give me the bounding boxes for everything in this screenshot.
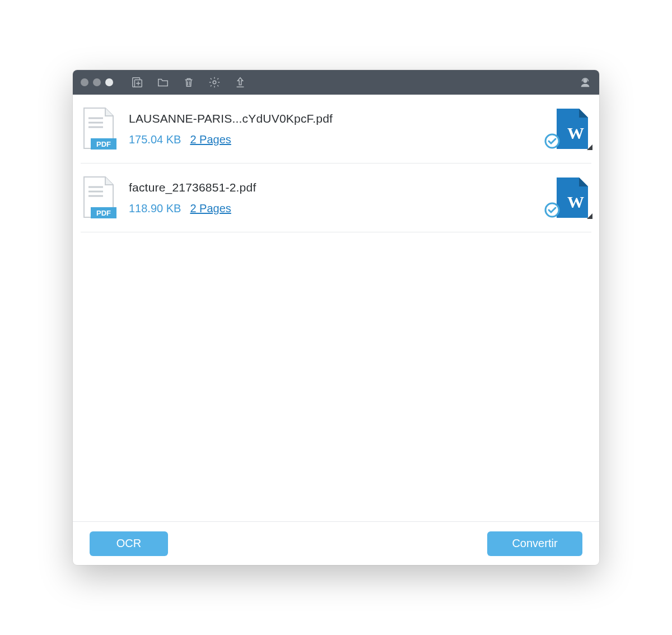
output-format-selector[interactable]: W <box>544 109 591 149</box>
convert-button[interactable]: Convertir <box>487 531 582 556</box>
svg-text:W: W <box>567 193 584 211</box>
minimize-window-button[interactable] <box>93 78 101 86</box>
pdf-file-icon: PDF <box>81 107 116 151</box>
window-controls <box>81 78 113 86</box>
upload-icon[interactable] <box>234 76 246 88</box>
file-size: 118.90 KB <box>129 202 181 215</box>
toolbar <box>131 76 246 88</box>
file-name: facture_21736851-2.pdf <box>129 181 532 194</box>
close-window-button[interactable] <box>81 78 88 86</box>
maximize-window-button[interactable] <box>105 78 113 86</box>
pages-link[interactable]: 2 Pages <box>190 133 231 146</box>
titlebar <box>73 70 599 95</box>
svg-text:PDF: PDF <box>96 209 111 217</box>
file-row[interactable]: PDF LAUSANNE-PARIS...cYdUV0KpcF.pdf 175.… <box>81 95 591 164</box>
pages-link[interactable]: 2 Pages <box>190 202 231 215</box>
svg-point-8 <box>583 79 587 83</box>
output-format-selector[interactable]: W <box>544 178 591 218</box>
file-size: 175.04 KB <box>129 133 181 146</box>
dropdown-triangle-icon <box>587 144 592 150</box>
file-meta: LAUSANNE-PARIS...cYdUV0KpcF.pdf 175.04 K… <box>129 112 532 146</box>
svg-point-6 <box>213 81 216 84</box>
trash-icon[interactable] <box>183 76 195 88</box>
ocr-button[interactable]: OCR <box>90 531 168 556</box>
folder-icon[interactable] <box>157 76 169 88</box>
svg-text:W: W <box>567 124 584 142</box>
dropdown-triangle-icon <box>587 213 592 219</box>
svg-text:PDF: PDF <box>96 140 111 148</box>
file-list: PDF LAUSANNE-PARIS...cYdUV0KpcF.pdf 175.… <box>73 95 599 521</box>
gear-icon[interactable] <box>208 76 221 88</box>
support-agent-icon[interactable] <box>579 76 591 88</box>
app-window: PDF LAUSANNE-PARIS...cYdUV0KpcF.pdf 175.… <box>73 70 599 565</box>
footer: OCR Convertir <box>73 521 599 565</box>
pdf-file-icon: PDF <box>81 176 116 220</box>
file-meta: facture_21736851-2.pdf 118.90 KB 2 Pages <box>129 181 532 215</box>
file-name: LAUSANNE-PARIS...cYdUV0KpcF.pdf <box>129 112 532 125</box>
add-file-icon[interactable] <box>131 76 143 88</box>
file-row[interactable]: PDF facture_21736851-2.pdf 118.90 KB 2 P… <box>81 164 591 232</box>
